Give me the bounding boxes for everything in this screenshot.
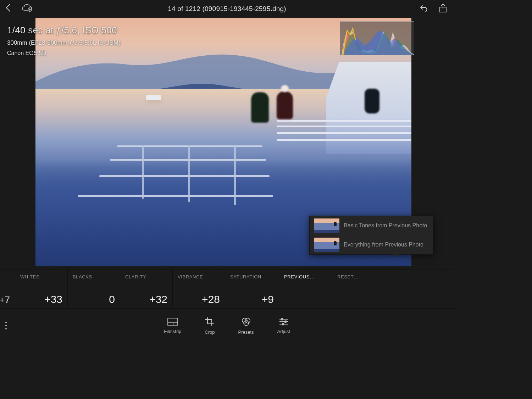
- filmstrip-icon: [167, 318, 178, 327]
- cloud-add-icon[interactable]: [21, 4, 33, 12]
- action-label: RESET…: [337, 274, 449, 279]
- tool-label: Filmstrip: [164, 329, 181, 334]
- popup-item-basic-tones[interactable]: Basic Tones from Previous Photo: [310, 216, 433, 235]
- back-icon[interactable]: [5, 3, 12, 13]
- slider-label: CLARITY: [125, 274, 167, 279]
- popup-thumb-icon: [314, 238, 339, 252]
- popup-item-everything[interactable]: Everything from Previous Photo: [310, 235, 433, 254]
- action-label: PREVIOUS…: [284, 274, 327, 279]
- previous-popup: Basic Tones from Previous Photo Everythi…: [309, 216, 433, 255]
- slider-label: BLACKS: [73, 274, 115, 279]
- exif-lens: 300mm (EF28-300mm ƒ/3.5-5.6L IS USM): [7, 39, 121, 46]
- slider-value: +33: [20, 293, 62, 305]
- tool-adjust[interactable]: Adjust: [277, 318, 290, 334]
- page-title: 14 of 1212 (090915-193445-2595.dng): [168, 5, 286, 13]
- slider-blacks[interactable]: BLACKS 0: [67, 270, 120, 309]
- crop-icon: [205, 317, 214, 327]
- popup-thumb-icon: [314, 218, 339, 233]
- tool-crop[interactable]: Crop: [205, 317, 215, 335]
- slider-value: +32: [125, 293, 167, 305]
- slider-saturation[interactable]: SATURATION +9: [225, 270, 279, 309]
- histogram[interactable]: [340, 21, 414, 55]
- more-icon[interactable]: [5, 321, 7, 330]
- slider-value: +7: [0, 294, 10, 305]
- undo-icon[interactable]: [419, 4, 429, 12]
- action-previous[interactable]: PREVIOUS…: [279, 270, 332, 309]
- slider-leading-value[interactable]: +7: [0, 270, 15, 309]
- presets-icon: [241, 317, 251, 327]
- slider-vibrance[interactable]: VIBRANCE +28: [172, 270, 225, 309]
- slider-label: VIBRANCE: [178, 274, 220, 279]
- tool-label: Presets: [238, 329, 254, 335]
- exif-exposure: 1/40 sec at ƒ/5.6, ISO 500: [7, 25, 121, 36]
- tool-presets[interactable]: Presets: [238, 317, 254, 335]
- popup-item-label: Everything from Previous Photo: [344, 242, 423, 248]
- top-bar: 14 of 1212 (090915-193445-2595.dng): [0, 0, 454, 18]
- tool-label: Crop: [205, 329, 215, 335]
- slider-value: +28: [178, 293, 220, 305]
- svg-point-3: [5, 325, 7, 326]
- slider-label: SATURATION: [230, 274, 274, 279]
- action-reset[interactable]: RESET…: [332, 270, 454, 309]
- popup-item-label: Basic Tones from Previous Photo: [344, 222, 427, 229]
- bottom-toolbar: Filmstrip Crop Presets Adjust: [0, 311, 454, 340]
- tool-label: Adjust: [277, 329, 290, 334]
- adjust-sliders-row: +7 WHITES +33 BLACKS 0 CLARITY +32 VIBRA…: [0, 270, 454, 309]
- slider-value: +9: [230, 293, 274, 305]
- exif-camera: Canon EOS 5D: [7, 50, 121, 56]
- exif-overlay: 1/40 sec at ƒ/5.6, ISO 500 300mm (EF28-3…: [7, 25, 121, 56]
- svg-rect-5: [168, 318, 178, 325]
- adjust-icon: [279, 318, 289, 327]
- svg-point-2: [5, 322, 7, 323]
- slider-clarity[interactable]: CLARITY +32: [120, 270, 172, 309]
- share-icon[interactable]: [439, 4, 447, 13]
- slider-label: WHITES: [20, 274, 62, 279]
- svg-point-4: [5, 328, 7, 329]
- tool-filmstrip[interactable]: Filmstrip: [164, 318, 181, 334]
- slider-whites[interactable]: WHITES +33: [15, 270, 67, 309]
- slider-value: 0: [73, 293, 115, 305]
